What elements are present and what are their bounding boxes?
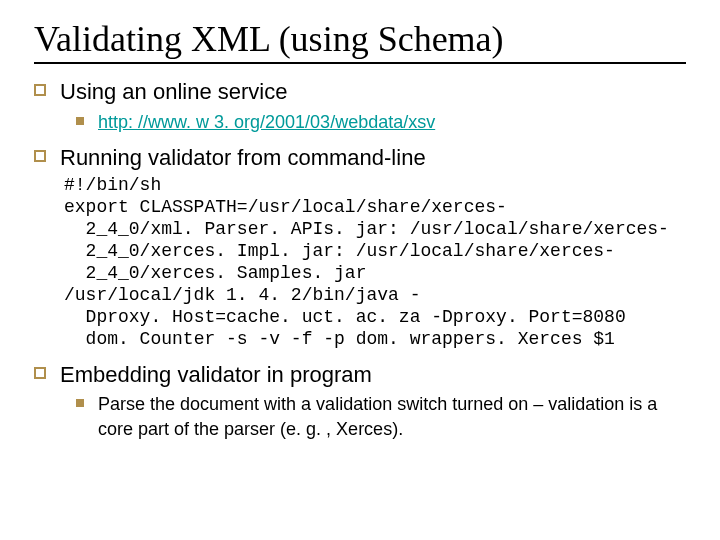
bullet-text: Using an online service — [60, 78, 287, 106]
sub-bullet-item: Parse the document with a validation swi… — [76, 392, 686, 441]
bullet-item: Using an online service — [34, 78, 686, 106]
sub-bullet-text: http: //www. w 3. org/2001/03/webdata/xs… — [98, 110, 435, 134]
sub-bullet-item: http: //www. w 3. org/2001/03/webdata/xs… — [76, 110, 686, 134]
bullet-item: Embedding validator in program — [34, 361, 686, 389]
code-block: #!/bin/sh export CLASSPATH=/usr/local/sh… — [64, 175, 686, 351]
hollow-square-icon — [34, 367, 46, 379]
sub-bullet-text: Parse the document with a validation swi… — [98, 392, 686, 441]
title-underline — [34, 62, 686, 64]
filled-square-icon — [76, 117, 84, 125]
hollow-square-icon — [34, 150, 46, 162]
slide: Validating XML (using Schema) Using an o… — [0, 0, 720, 441]
hollow-square-icon — [34, 84, 46, 96]
bullet-text: Running validator from command-line — [60, 144, 426, 172]
xsv-link[interactable]: http: //www. w 3. org/2001/03/webdata/xs… — [98, 112, 435, 132]
filled-square-icon — [76, 399, 84, 407]
slide-title: Validating XML (using Schema) — [34, 18, 686, 60]
bullet-item: Running validator from command-line — [34, 144, 686, 172]
bullet-text: Embedding validator in program — [60, 361, 372, 389]
